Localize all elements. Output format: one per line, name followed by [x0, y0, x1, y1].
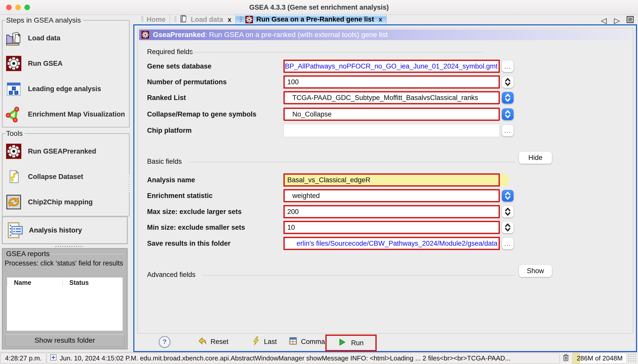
notebook-icon [180, 15, 188, 25]
reset-icon [198, 336, 207, 347]
ranked-list-select[interactable]: TCGA-PAAD_GDC_Subtype_Moffitt_BasalvsCla… [283, 91, 500, 104]
section-basic-fields: Basic fields [147, 158, 182, 166]
column-header-name[interactable]: Name [7, 279, 62, 286]
window-title: GSEA 4.3.3 (Gene set enrichment analysis… [0, 0, 638, 15]
column-header-status[interactable]: Status [62, 279, 123, 286]
gear-icon [5, 55, 22, 72]
field-row-gene-sets: Gene sets database BP_AllPathways_noPFOC… [147, 60, 633, 73]
status-message: Jun. 10, 2024 4:15:02 P.M. edu.mit.broad… [60, 354, 511, 362]
sidebar-item-chip2chip[interactable]: Chip2Chip mapping [5, 189, 126, 215]
reports-table-header: Name Status [7, 277, 123, 288]
show-results-folder-button[interactable]: Show results folder [5, 334, 124, 347]
status-message-area[interactable]: Jun. 10, 2024 4:15:02 P.M. edu.mit.broad… [47, 353, 560, 363]
reports-title-rule [51, 254, 125, 254]
field-label: Gene sets database [147, 62, 212, 70]
tool-header-text: GseaPreranked: Run GSEA on a pre-ranked … [153, 31, 388, 39]
command-icon [289, 337, 297, 347]
reports-title: GSEA reports [6, 250, 50, 258]
last-button[interactable]: Last [252, 333, 277, 351]
max-size-field[interactable]: 200 [283, 205, 500, 218]
section-rule [191, 52, 483, 53]
gene-sets-database-field[interactable]: BP_AllPathways_noPFOCR_no_GO_iea_June_01… [283, 60, 500, 73]
garbage-collect-button[interactable] [560, 352, 572, 364]
reports-subtitle: Processes: click 'status' field for resu… [5, 259, 124, 268]
collapse-dataset-icon [5, 168, 22, 185]
tool-description: : Run GSEA on a pre-ranked (with externa… [205, 31, 388, 39]
sidebar-item-run-gseapreranked[interactable]: Run GSEAPreranked [5, 139, 126, 164]
analysis-name-field-extension [500, 174, 508, 186]
help-icon: ? [159, 336, 170, 348]
browse-gene-sets-button[interactable]: ... [502, 60, 514, 72]
tab-run-gsea-preranked[interactable]: Run Gsea on a Pre-Ranked gene list x [235, 14, 387, 24]
hide-basic-fields-button[interactable]: Hide [519, 152, 552, 164]
field-row-statistic: Enrichment statistic weighted [147, 189, 633, 202]
field-row-ranked-list: Ranked List TCGA-PAAD_GDC_Subtype_Moffit… [147, 91, 633, 104]
field-row-analysis-name: Analysis name Basal_vs_Classical_edgeR [147, 173, 633, 187]
gsea-window: GSEA 4.3.3 (Gene set enrichment analysis… [0, 0, 638, 364]
chip-platform-field[interactable] [283, 124, 500, 137]
previous-tab-icon[interactable]: ◁ [599, 16, 608, 25]
tab-list-icon[interactable] [626, 16, 634, 25]
number-of-permutations-field[interactable]: 100 [283, 75, 500, 89]
max-size-stepper[interactable] [502, 206, 514, 218]
vertical-splitter-handle[interactable] [129, 175, 130, 192]
tab-home[interactable]: Home [137, 15, 170, 24]
tool-name: GseaPreranked [153, 31, 205, 39]
tab-drag-handle[interactable] [240, 16, 242, 23]
field-label: Save results in this folder [147, 240, 231, 247]
field-label: Analysis name [147, 176, 195, 184]
status-bar: 4:28:27 p.m. Jun. 10, 2024 4:15:02 P.M. … [0, 352, 638, 364]
browse-chip-platform-button[interactable]: ... [502, 125, 514, 136]
tab-drag-handle[interactable] [174, 16, 177, 23]
sidebar-item-label: Collapse Dataset [28, 173, 83, 181]
gear-icon [5, 143, 22, 160]
window-message-icon [50, 354, 57, 363]
section-rule [201, 275, 516, 276]
tab-load-data[interactable]: Load data x [170, 15, 235, 24]
horizontal-splitter-handle[interactable] [55, 246, 83, 247]
min-size-field[interactable]: 10 [283, 221, 500, 234]
sidebar-item-run-gsea[interactable]: Run GSEA [5, 51, 126, 76]
show-advanced-fields-button[interactable]: Show [519, 265, 552, 277]
tab-drag-handle[interactable] [141, 16, 143, 23]
tools-panel: Tools Run GSEAPreranked Collapse Dataset… [2, 129, 130, 216]
sidebar-item-enrichment-map[interactable]: Enrichment Map Visualization [5, 102, 126, 127]
tab-close-icon[interactable]: x [228, 16, 231, 24]
titlebar: GSEA 4.3.3 (Gene set enrichment analysis… [0, 0, 638, 15]
section-advanced-fields: Advanced fields [147, 271, 196, 279]
statistic-dropdown-button[interactable] [502, 190, 514, 202]
min-size-stepper[interactable] [502, 222, 514, 233]
reset-button[interactable]: Reset [198, 333, 229, 351]
permutations-stepper[interactable] [502, 76, 514, 88]
save-results-folder-field[interactable]: erlin's files/Sourcecode/CBW_Pathways_20… [283, 237, 500, 250]
sidebar-item-analysis-history[interactable]: Analysis history [2, 217, 127, 244]
field-label: Collapse/Remap to gene symbols [147, 110, 257, 118]
tab-navigation: ◁ ▷ [599, 16, 634, 25]
enrichment-statistic-select[interactable]: weighted [283, 189, 500, 202]
field-label: Chip platform [147, 127, 192, 135]
reports-table[interactable]: Name Status [7, 277, 123, 331]
browse-save-folder-button[interactable]: ... [502, 238, 514, 249]
trash-icon [562, 353, 570, 363]
lightning-icon [252, 337, 260, 347]
chip2chip-icon [5, 193, 22, 211]
sidebar-item-load-data[interactable]: Load data [5, 25, 126, 51]
collapse-remap-select[interactable]: No_Collapse [283, 108, 500, 121]
sidebar-item-collapse-dataset[interactable]: Collapse Dataset [5, 164, 126, 189]
next-tab-icon[interactable]: ▷ [613, 16, 621, 25]
tab-close-icon[interactable]: x [379, 15, 382, 23]
collapse-dropdown-button[interactable] [502, 108, 514, 120]
tab-label: Load data [191, 16, 223, 24]
sidebar-item-label: Run GSEAPreranked [28, 147, 96, 155]
window-resize-grip[interactable] [628, 353, 637, 363]
sidebar-item-leading-edge[interactable]: Leading edge analysis [5, 76, 126, 102]
tab-label: Run Gsea on a Pre-Ranked gene list [256, 15, 374, 23]
field-row-save-folder: Save results in this folder erlin's file… [147, 237, 633, 250]
ranked-list-dropdown-button[interactable] [502, 92, 514, 104]
analysis-name-field[interactable]: Basal_vs_Classical_edgeR [283, 173, 500, 187]
tab-content-frame: GseaPreranked: Run GSEA on a pre-ranked … [133, 24, 637, 352]
run-button[interactable]: Run [325, 335, 377, 351]
field-label: Max size: exclude larger sets [147, 208, 242, 216]
memory-indicator[interactable]: 286M of 2048M [572, 353, 627, 363]
help-button[interactable]: ? [159, 333, 170, 351]
